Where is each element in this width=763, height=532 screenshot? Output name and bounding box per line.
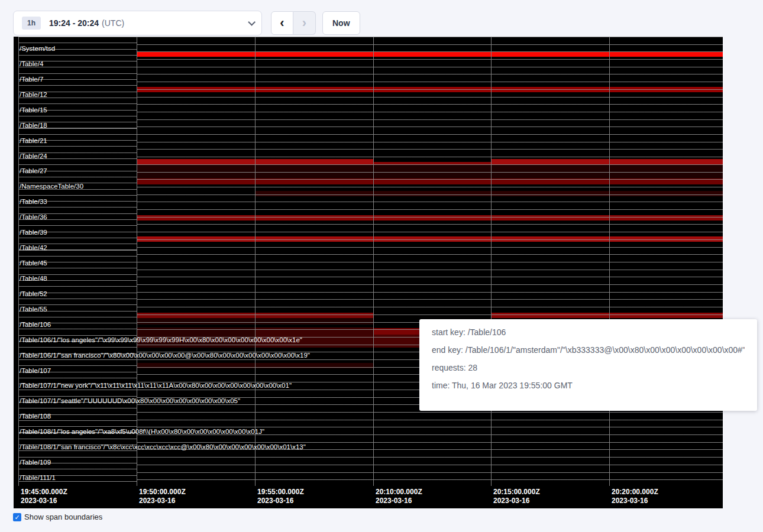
heat-band <box>137 318 373 325</box>
row-key-label: /Table/15 <box>20 106 47 113</box>
heat-band <box>137 87 723 92</box>
now-button[interactable]: Now <box>322 11 360 35</box>
heat-band <box>137 179 723 184</box>
row-key-label: /NamespaceTable/30 <box>20 183 83 190</box>
heat-band <box>491 159 723 165</box>
row-key-label: /Table/55 <box>20 306 47 313</box>
row-key-label: /Table/12 <box>20 91 47 98</box>
row-key-label: /Table/107 <box>20 367 51 374</box>
row-key-label: /Table/24 <box>20 153 47 160</box>
time-bucket-column[interactable] <box>609 37 723 486</box>
row-key-label: /Table/52 <box>20 290 47 297</box>
time-bucket-column[interactable] <box>491 37 609 486</box>
time-axis-tick: 19:55:00.000Z2023-03-16 <box>257 488 304 505</box>
time-bucket-column[interactable] <box>255 37 373 486</box>
row-key-label: /Table/36 <box>20 213 47 220</box>
next-range-button[interactable]: › <box>293 11 316 35</box>
heat-band <box>137 159 373 165</box>
row-key-label: /System/tsd <box>20 45 55 52</box>
row-key-label: /Table/106 <box>20 321 51 328</box>
heat-band <box>137 52 723 57</box>
span-tooltip: start key: /Table/106end key: /Table/106… <box>419 319 757 411</box>
key-visualizer-heatmap[interactable]: /System/tsd/Table/4/Table/7/Table/12/Tab… <box>14 37 723 508</box>
show-span-boundaries-label: Show span boundaries <box>24 512 102 521</box>
time-axis-tick: 20:15:00.000Z2023-03-16 <box>493 488 540 505</box>
heat-band <box>137 313 373 318</box>
heat-band <box>137 236 723 242</box>
chevron-down-icon <box>248 18 256 26</box>
toolbar: 1h 19:24 - 20:24 (UTC) ‹ › Now <box>13 11 360 35</box>
row-key-label: /Table/45 <box>20 259 47 267</box>
row-key-label: /Table/111/1 <box>20 474 56 481</box>
time-range-select[interactable]: 1h 19:24 - 20:24 (UTC) <box>13 11 262 35</box>
key-visualizer-page: { "toolbar": { "range_badge": "1h", "ran… <box>0 0 763 532</box>
row-key-label: /Table/108 <box>20 413 51 420</box>
heat-band <box>373 335 419 348</box>
row-key-label: /Table/48 <box>20 275 47 282</box>
time-nav-group: ‹ › <box>271 11 316 35</box>
tooltip-line: time: Thu, 16 Mar 2023 19:55:00 GMT <box>432 381 745 390</box>
heat-band <box>255 191 723 196</box>
row-key-label: /Table/106/1/"san francisco"/"\x80\x00\x… <box>20 352 310 359</box>
row-key-label: /Table/106/1/"los angeles"/"\x99\x99\x99… <box>20 336 302 343</box>
time-axis-tick: 19:45:00.000Z2023-03-16 <box>21 488 67 505</box>
row-key-label: /Table/21 <box>20 137 47 144</box>
row-key-label: /Table/107/1/"new york"/"\x11\x11\x11\x1… <box>20 382 292 389</box>
show-span-boundaries-checkbox[interactable]: ✓ <box>13 513 21 521</box>
time-bucket-column[interactable] <box>373 37 491 486</box>
heat-band <box>137 165 723 179</box>
time-axis-tick: 20:10:00.000Z2023-03-16 <box>376 488 422 505</box>
row-key-label: /Table/108/1/"los angeles"/"\xa8\xf5\u00… <box>20 428 264 435</box>
range-duration-badge: 1h <box>22 17 41 30</box>
row-key-label: /Table/7 <box>20 76 43 83</box>
time-bucket-column[interactable] <box>137 37 255 486</box>
tooltip-line: requests: 28 <box>432 363 745 372</box>
heat-band <box>137 215 723 220</box>
tooltip-line: end key: /Table/106/1/"amsterdam"/"\xb33… <box>432 345 745 355</box>
time-axis-tick: 19:50:00.000Z2023-03-16 <box>139 488 186 505</box>
time-axis-tick: 20:20:00.000Z2023-03-16 <box>612 488 658 505</box>
footer-controls: ✓ Show span boundaries <box>13 512 102 521</box>
heat-band <box>491 313 723 318</box>
row-key-label: /Table/39 <box>20 229 47 236</box>
prev-range-button[interactable]: ‹ <box>271 11 293 35</box>
range-timezone: (UTC) <box>102 18 124 28</box>
row-key-label: /Table/18 <box>20 122 47 129</box>
row-key-label: /Table/108/1/"san francisco"/"\x8c\xcc\x… <box>20 443 306 450</box>
row-key-label: /Table/107/1/"seattle"/"UUUUUUD\x00\x80\… <box>20 397 240 404</box>
row-key-label: /Table/33 <box>20 198 47 205</box>
row-key-label: /Table/42 <box>20 244 47 251</box>
heat-band <box>137 363 373 368</box>
row-key-label: /Table/27 <box>20 167 47 174</box>
range-text: 19:24 - 20:24 <box>49 18 99 28</box>
row-key-label: /Table/109 <box>20 459 51 466</box>
row-key-label: /Table/4 <box>20 60 43 67</box>
heat-band <box>373 328 419 335</box>
tooltip-line: start key: /Table/106 <box>432 327 745 337</box>
